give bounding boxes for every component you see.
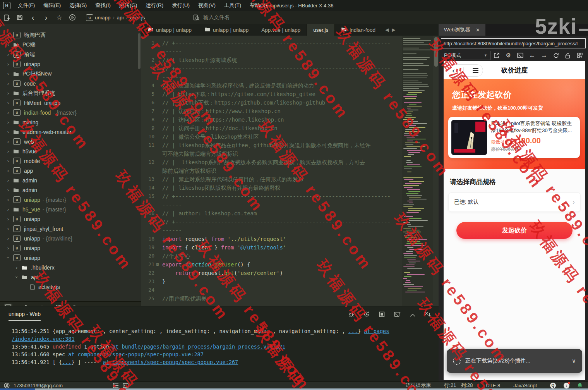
- device-mode-select[interactable]: PC模式 ▼: [441, 51, 490, 60]
- log-link[interactable]: ...: [62, 359, 71, 365]
- log-link[interactable]: at bundle/pages/bargain_process/bargain_…: [112, 344, 285, 350]
- editor-tab[interactable]: user.js: [307, 24, 335, 36]
- tree-item[interactable]: ›uuniapp- {drawkline}: [0, 234, 141, 243]
- tree-item[interactable]: ›ucode: [0, 79, 141, 88]
- log-link[interactable]: /index/index.vue:381: [12, 336, 75, 342]
- minimap[interactable]: [402, 36, 433, 306]
- chevron-icon[interactable]: ›: [5, 226, 11, 232]
- web-browser-tab[interactable]: Web浏览器 ✕: [439, 24, 485, 36]
- mobile-nav-capsule[interactable]: ‹: [447, 64, 483, 77]
- tree-item[interactable]: ›uapp: [0, 166, 141, 175]
- log-link[interactable]: at components/spec-popup/spec-popup.vue:…: [68, 351, 204, 357]
- breadcrumb-project[interactable]: uniapp: [95, 15, 111, 21]
- plugin-download-toast[interactable]: 正在下载第(26/28)个插件... ∨: [447, 349, 582, 373]
- tree-item[interactable]: ›uuniapp: [0, 243, 141, 253]
- console-terminal-icon[interactable]: [394, 311, 401, 318]
- chevron-icon[interactable]: ›: [5, 71, 11, 77]
- tree-item[interactable]: ›mining: [0, 117, 141, 127]
- menu-编辑[interactable]: 编辑(E): [39, 0, 65, 11]
- tree-item[interactable]: ›admin: [0, 175, 141, 185]
- favorite-star-icon[interactable]: ☆: [53, 12, 66, 22]
- log-link[interactable]: at components/spec-popup/spec-popup.vue:…: [103, 359, 238, 365]
- terminal-panel-icon[interactable]: [123, 383, 129, 388]
- tree-item[interactable]: ›PC归档New: [0, 69, 141, 79]
- tree-item[interactable]: ›uweb: [0, 137, 141, 146]
- url-input[interactable]: http://localhost:8080/mobile/bundle/page…: [441, 38, 586, 48]
- chevron-icon[interactable]: ›: [5, 110, 11, 115]
- product-card[interactable]: 日本进口pilot百乐贵客钢笔 硬橡胶生漆18k金笔fkv-88sr莳绘30号金…: [448, 117, 580, 158]
- tree-item[interactable]: ›uHiMeet_uniapp: [0, 98, 141, 108]
- chevron-icon[interactable]: ›: [5, 42, 11, 48]
- menu-跳转[interactable]: 跳转(G): [115, 0, 142, 11]
- console-clear-icon[interactable]: [425, 311, 431, 318]
- console-restart-icon[interactable]: [363, 311, 370, 318]
- menu-选择[interactable]: 选择(S): [65, 0, 91, 11]
- close-icon[interactable]: ✕: [476, 27, 480, 33]
- tree-item[interactable]: ›api: [0, 272, 141, 282]
- back-button[interactable]: ‹: [26, 12, 39, 22]
- tree-item[interactable]: ›h5_vue- {master}: [0, 204, 141, 214]
- unlock-icon[interactable]: [562, 53, 574, 58]
- chevron-icon[interactable]: ›: [5, 129, 11, 135]
- spec-selector-row[interactable]: 已选: 默认 ›: [448, 192, 581, 212]
- language-label[interactable]: JavaScript: [513, 383, 537, 388]
- log-link[interactable]: ...: [348, 328, 358, 334]
- chevron-icon[interactable]: ›: [5, 206, 11, 212]
- chevron-icon[interactable]: ›: [5, 197, 11, 203]
- editor-tab[interactable]: indian-food: [335, 24, 382, 36]
- tree-item[interactable]: ›uuniapp- {master}: [0, 195, 141, 204]
- console-stop-icon[interactable]: [379, 311, 385, 318]
- chevron-icon[interactable]: ›: [5, 245, 11, 251]
- tree-item[interactable]: ›eladmin-web-master: [0, 127, 141, 137]
- menu-发行[interactable]: 发行(U): [168, 0, 194, 11]
- save-button[interactable]: [13, 12, 26, 22]
- chevron-icon[interactable]: ›: [5, 81, 11, 86]
- menu-查找[interactable]: 查找(I): [91, 0, 115, 11]
- console-debug-icon[interactable]: [348, 311, 354, 318]
- tree-item[interactable]: ›后台管理系统: [0, 88, 141, 98]
- chevron-icon[interactable]: ›: [5, 177, 11, 183]
- encoding-label[interactable]: UTF-8: [486, 383, 500, 388]
- fold-marker[interactable]: ⊟: [154, 260, 161, 269]
- nav-back-icon[interactable]: ←: [526, 52, 538, 59]
- run-button[interactable]: [66, 12, 79, 22]
- tree-item[interactable]: ›uuinapp: [0, 59, 141, 69]
- menu-视图[interactable]: 视图(V): [194, 0, 220, 11]
- chevron-icon[interactable]: ›: [5, 148, 11, 154]
- console-collapse-icon[interactable]: [410, 311, 415, 318]
- chevron-icon[interactable]: ›: [5, 139, 11, 144]
- chevron-icon[interactable]: ›: [5, 32, 11, 38]
- feedback-icon[interactable]: Q: [550, 383, 556, 388]
- qr-code-icon[interactable]: [574, 53, 586, 58]
- tree-item[interactable]: ›uindian-food- {master}: [0, 108, 141, 117]
- tree-item[interactable]: activity.js: [0, 282, 141, 292]
- start-bargain-button[interactable]: 发起砍价: [456, 222, 573, 239]
- chevron-icon[interactable]: ›: [14, 265, 19, 270]
- forward-button[interactable]: ›: [39, 12, 53, 22]
- syntax-hint-label[interactable]: 语法提示库: [406, 382, 431, 389]
- chevron-icon[interactable]: ›: [5, 61, 11, 67]
- tree-item[interactable]: ›admin: [0, 185, 141, 195]
- back-chevron-icon[interactable]: ‹: [452, 67, 454, 74]
- file-search-box[interactable]: 输入文件名: [193, 14, 230, 21]
- chevron-icon[interactable]: ›: [5, 100, 11, 106]
- console-tab[interactable]: uniapp - Web: [9, 311, 41, 321]
- log-link[interactable]: at pages: [364, 328, 389, 334]
- tree-item[interactable]: ›PC端: [0, 40, 141, 50]
- outline-list-icon[interactable]: [113, 383, 119, 388]
- tab-scroll-arrows[interactable]: ◀▶: [382, 24, 398, 36]
- nav-forward-icon[interactable]: →: [538, 52, 550, 59]
- breadcrumb-folder[interactable]: api: [117, 15, 124, 21]
- chevron-icon[interactable]: ›: [14, 275, 20, 280]
- devtools-terminal-icon[interactable]: [514, 53, 526, 58]
- menu-工具[interactable]: 工具(T): [220, 0, 245, 11]
- tree-item[interactable]: ›uuniapp: [0, 214, 141, 224]
- chevron-icon[interactable]: ›: [5, 255, 11, 261]
- new-file-button[interactable]: [0, 12, 13, 22]
- tree-item[interactable]: ›.hbuilderx: [0, 263, 141, 272]
- download-status-icon[interactable]: ↓: [564, 383, 569, 388]
- settings-gear-icon[interactable]: ⚙: [502, 52, 514, 59]
- toast-chevron-icon[interactable]: ∨: [572, 357, 576, 364]
- refresh-icon[interactable]: [550, 53, 562, 58]
- chevron-icon[interactable]: ›: [5, 90, 11, 96]
